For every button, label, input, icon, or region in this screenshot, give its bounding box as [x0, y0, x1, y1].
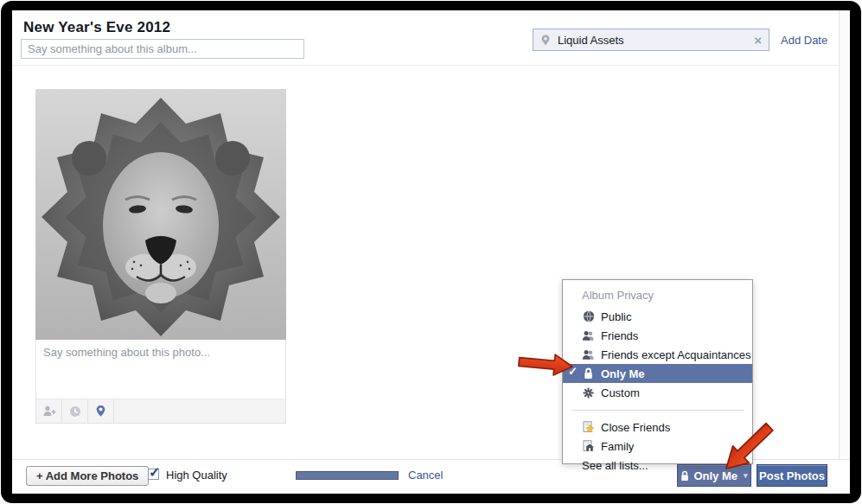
menu-item-label: Friends except Acquaintances [601, 348, 750, 361]
add-location-button[interactable] [88, 399, 114, 423]
friends-icon [582, 348, 595, 361]
globe-icon [582, 310, 595, 323]
clear-location-icon[interactable]: × [754, 34, 762, 47]
photo-caption-card [35, 340, 286, 424]
add-date-link[interactable]: Add Date [781, 34, 827, 47]
tag-person-button[interactable] [36, 399, 62, 423]
gear-icon [582, 386, 595, 399]
location-input[interactable]: Liquid Assets × [533, 29, 769, 51]
menu-item-label: Custom [601, 386, 640, 399]
photo-caption-input[interactable] [36, 340, 285, 399]
high-quality-label: High Quality [166, 469, 227, 482]
album-privacy-menu: Album Privacy Public Friends [562, 279, 753, 464]
menu-item-friends-except-acquaintances[interactable]: Friends except Acquaintances [563, 345, 752, 364]
menu-item-only-me[interactable]: ✓ Only Me [563, 364, 752, 383]
photo-toolbar [36, 399, 285, 423]
scrollbar[interactable] [839, 10, 850, 494]
menu-item-label: Close Friends [601, 421, 670, 434]
clock-icon [69, 405, 81, 418]
header-divider [12, 65, 839, 66]
album-description-input[interactable] [21, 39, 304, 59]
location-pin-icon [95, 405, 106, 418]
check-icon: ✓ [568, 365, 578, 378]
friends-icon [582, 329, 595, 342]
lock-icon [582, 367, 595, 380]
upload-progress-bar [296, 471, 399, 480]
menu-item-label: Family [601, 440, 634, 453]
see-all-lists-link[interactable]: See all lists... [563, 456, 752, 475]
menu-item-label: Friends [601, 329, 638, 342]
album-upload-page: New Year's Eve 2012 Liquid Assets × Add … [12, 10, 850, 494]
high-quality-checkbox[interactable]: ✓ [148, 469, 159, 480]
menu-item-family[interactable]: Family [563, 437, 752, 456]
menu-header: Album Privacy [563, 288, 752, 307]
star-list-icon [582, 421, 595, 434]
screenshot: New Year's Eve 2012 Liquid Assets × Add … [0, 0, 862, 504]
menu-item-close-friends[interactable]: Close Friends [563, 418, 752, 437]
menu-divider [571, 410, 744, 411]
menu-item-public[interactable]: Public [563, 307, 752, 326]
post-photos-button[interactable]: Post Photos [757, 464, 827, 487]
add-more-photos-button[interactable]: + Add More Photos [26, 466, 149, 486]
tag-person-icon [42, 405, 56, 417]
menu-item-custom[interactable]: Custom [563, 383, 752, 402]
home-list-icon [582, 440, 595, 453]
post-button-label: Post Photos [759, 469, 825, 482]
menu-item-friends[interactable]: Friends [563, 326, 752, 345]
menu-item-label: Public [601, 310, 631, 323]
page-title: New Year's Eve 2012 [23, 19, 170, 36]
location-pin-icon [540, 34, 551, 47]
uploaded-photo [35, 89, 286, 340]
cancel-link[interactable]: Cancel [408, 469, 443, 482]
menu-item-label: Only Me [601, 367, 645, 380]
check-icon: ✓ [149, 464, 160, 481]
add-date-button[interactable] [62, 399, 88, 423]
location-value: Liquid Assets [558, 34, 754, 47]
